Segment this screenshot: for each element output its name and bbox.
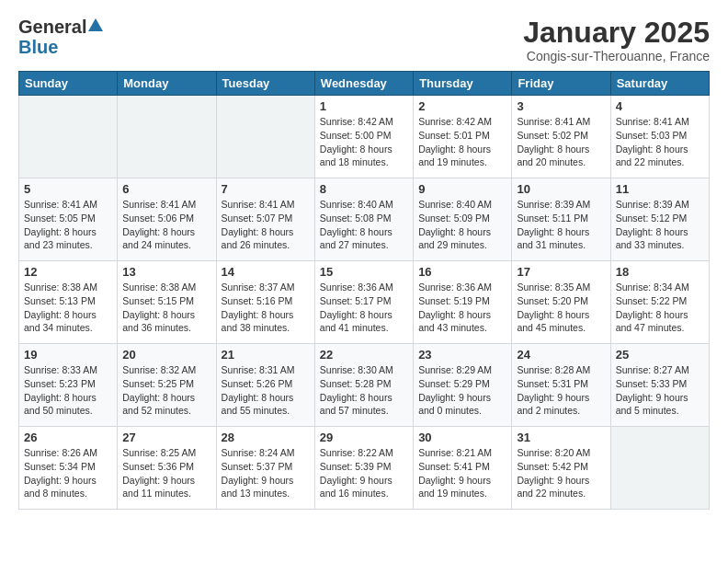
day-number: 26 <box>24 431 112 444</box>
day-cell: 21Sunrise: 8:31 AM Sunset: 5:26 PM Dayli… <box>216 344 314 427</box>
day-number: 10 <box>517 182 605 196</box>
day-number: 30 <box>418 431 506 444</box>
day-cell: 24Sunrise: 8:28 AM Sunset: 5:31 PM Dayli… <box>512 344 610 427</box>
day-cell: 12Sunrise: 8:38 AM Sunset: 5:13 PM Dayli… <box>19 261 118 344</box>
day-number: 16 <box>418 265 506 279</box>
day-cell <box>118 96 216 178</box>
day-number: 25 <box>616 348 704 362</box>
week-row-1: 1Sunrise: 8:42 AM Sunset: 5:00 PM Daylig… <box>19 96 710 178</box>
day-info: Sunrise: 8:28 AM Sunset: 5:31 PM Dayligh… <box>517 363 605 418</box>
day-info: Sunrise: 8:41 AM Sunset: 5:07 PM Dayligh… <box>222 198 310 252</box>
day-number: 17 <box>517 265 605 279</box>
day-number: 5 <box>24 182 112 196</box>
day-info: Sunrise: 8:29 AM Sunset: 5:29 PM Dayligh… <box>418 363 506 418</box>
day-cell: 11Sunrise: 8:39 AM Sunset: 5:12 PM Dayli… <box>610 178 709 261</box>
day-info: Sunrise: 8:21 AM Sunset: 5:41 PM Dayligh… <box>418 446 506 500</box>
week-row-2: 5Sunrise: 8:41 AM Sunset: 5:05 PM Daylig… <box>19 178 710 261</box>
day-info: Sunrise: 8:36 AM Sunset: 5:17 PM Dayligh… <box>320 281 408 335</box>
day-cell: 6Sunrise: 8:41 AM Sunset: 5:06 PM Daylig… <box>118 178 216 261</box>
weekday-header-monday: Monday <box>118 72 216 96</box>
day-cell: 25Sunrise: 8:27 AM Sunset: 5:33 PM Dayli… <box>610 344 709 427</box>
calendar-title: January 2025 <box>523 17 710 49</box>
day-cell: 9Sunrise: 8:40 AM Sunset: 5:09 PM Daylig… <box>414 178 512 261</box>
day-info: Sunrise: 8:41 AM Sunset: 5:05 PM Dayligh… <box>24 198 112 252</box>
day-info: Sunrise: 8:37 AM Sunset: 5:16 PM Dayligh… <box>222 281 310 335</box>
week-row-3: 12Sunrise: 8:38 AM Sunset: 5:13 PM Dayli… <box>19 261 710 344</box>
calendar-subtitle: Congis-sur-Therouanne, France <box>523 49 710 63</box>
title-area: January 2025 Congis-sur-Therouanne, Fran… <box>523 17 710 63</box>
day-info: Sunrise: 8:34 AM Sunset: 5:22 PM Dayligh… <box>616 281 704 335</box>
day-number: 18 <box>616 265 704 279</box>
day-number: 28 <box>222 431 310 444</box>
day-cell: 15Sunrise: 8:36 AM Sunset: 5:17 PM Dayli… <box>314 261 413 344</box>
day-info: Sunrise: 8:41 AM Sunset: 5:03 PM Dayligh… <box>616 115 704 169</box>
day-number: 27 <box>122 431 210 444</box>
weekday-header-wednesday: Wednesday <box>314 72 413 96</box>
day-number: 11 <box>616 182 704 196</box>
day-number: 19 <box>24 348 112 362</box>
weekday-header-friday: Friday <box>512 72 610 96</box>
day-cell: 29Sunrise: 8:22 AM Sunset: 5:39 PM Dayli… <box>314 427 413 510</box>
day-info: Sunrise: 8:40 AM Sunset: 5:09 PM Dayligh… <box>418 198 506 252</box>
day-number: 12 <box>24 265 112 279</box>
day-info: Sunrise: 8:41 AM Sunset: 5:06 PM Dayligh… <box>122 198 210 252</box>
logo-general: General <box>18 17 86 37</box>
day-cell: 13Sunrise: 8:38 AM Sunset: 5:15 PM Dayli… <box>118 261 216 344</box>
day-number: 31 <box>517 431 605 444</box>
day-info: Sunrise: 8:39 AM Sunset: 5:11 PM Dayligh… <box>517 198 605 252</box>
logo-icon <box>88 18 103 35</box>
day-cell: 10Sunrise: 8:39 AM Sunset: 5:11 PM Dayli… <box>512 178 610 261</box>
day-cell <box>610 427 709 510</box>
day-cell: 18Sunrise: 8:34 AM Sunset: 5:22 PM Dayli… <box>610 261 709 344</box>
day-cell: 5Sunrise: 8:41 AM Sunset: 5:05 PM Daylig… <box>19 178 118 261</box>
day-number: 8 <box>320 182 408 196</box>
weekday-header-saturday: Saturday <box>610 72 709 96</box>
day-info: Sunrise: 8:41 AM Sunset: 5:02 PM Dayligh… <box>517 115 605 169</box>
day-cell: 19Sunrise: 8:33 AM Sunset: 5:23 PM Dayli… <box>19 344 118 427</box>
day-cell: 3Sunrise: 8:41 AM Sunset: 5:02 PM Daylig… <box>512 96 610 178</box>
day-cell <box>19 96 118 178</box>
day-info: Sunrise: 8:24 AM Sunset: 5:37 PM Dayligh… <box>222 446 310 500</box>
day-cell: 26Sunrise: 8:26 AM Sunset: 5:34 PM Dayli… <box>19 427 118 510</box>
day-info: Sunrise: 8:26 AM Sunset: 5:34 PM Dayligh… <box>24 446 112 500</box>
day-number: 3 <box>517 99 605 113</box>
day-cell: 20Sunrise: 8:32 AM Sunset: 5:25 PM Dayli… <box>118 344 216 427</box>
logo: General Blue <box>18 17 103 58</box>
day-info: Sunrise: 8:42 AM Sunset: 5:01 PM Dayligh… <box>418 115 506 169</box>
calendar-table: SundayMondayTuesdayWednesdayThursdayFrid… <box>18 71 710 510</box>
day-cell: 17Sunrise: 8:35 AM Sunset: 5:20 PM Dayli… <box>512 261 610 344</box>
day-number: 20 <box>122 348 210 362</box>
day-number: 15 <box>320 265 408 279</box>
day-cell: 8Sunrise: 8:40 AM Sunset: 5:08 PM Daylig… <box>314 178 413 261</box>
day-info: Sunrise: 8:36 AM Sunset: 5:19 PM Dayligh… <box>418 281 506 335</box>
day-number: 21 <box>222 348 310 362</box>
day-number: 23 <box>418 348 506 362</box>
day-number: 29 <box>320 431 408 444</box>
weekday-header-thursday: Thursday <box>414 72 512 96</box>
day-cell: 14Sunrise: 8:37 AM Sunset: 5:16 PM Dayli… <box>216 261 314 344</box>
day-info: Sunrise: 8:25 AM Sunset: 5:36 PM Dayligh… <box>122 446 210 500</box>
logo-blue: Blue <box>18 37 58 57</box>
header: General Blue January 2025 Congis-sur-The… <box>9 9 719 67</box>
day-cell: 30Sunrise: 8:21 AM Sunset: 5:41 PM Dayli… <box>414 427 512 510</box>
day-number: 22 <box>320 348 408 362</box>
weekday-header-row: SundayMondayTuesdayWednesdayThursdayFrid… <box>19 72 710 96</box>
day-info: Sunrise: 8:30 AM Sunset: 5:28 PM Dayligh… <box>320 363 408 418</box>
day-info: Sunrise: 8:38 AM Sunset: 5:13 PM Dayligh… <box>24 281 112 335</box>
day-cell: 23Sunrise: 8:29 AM Sunset: 5:29 PM Dayli… <box>414 344 512 427</box>
day-info: Sunrise: 8:27 AM Sunset: 5:33 PM Dayligh… <box>616 363 704 418</box>
day-number: 1 <box>320 99 408 113</box>
day-info: Sunrise: 8:39 AM Sunset: 5:12 PM Dayligh… <box>616 198 704 252</box>
week-row-5: 26Sunrise: 8:26 AM Sunset: 5:34 PM Dayli… <box>19 427 710 510</box>
day-cell: 22Sunrise: 8:30 AM Sunset: 5:28 PM Dayli… <box>314 344 413 427</box>
day-info: Sunrise: 8:33 AM Sunset: 5:23 PM Dayligh… <box>24 363 112 418</box>
day-cell: 2Sunrise: 8:42 AM Sunset: 5:01 PM Daylig… <box>414 96 512 178</box>
day-info: Sunrise: 8:40 AM Sunset: 5:08 PM Dayligh… <box>320 198 408 252</box>
day-number: 9 <box>418 182 506 196</box>
day-info: Sunrise: 8:32 AM Sunset: 5:25 PM Dayligh… <box>122 363 210 418</box>
day-cell: 27Sunrise: 8:25 AM Sunset: 5:36 PM Dayli… <box>118 427 216 510</box>
day-number: 14 <box>222 265 310 279</box>
day-cell: 31Sunrise: 8:20 AM Sunset: 5:42 PM Dayli… <box>512 427 610 510</box>
day-cell: 1Sunrise: 8:42 AM Sunset: 5:00 PM Daylig… <box>314 96 413 178</box>
week-row-4: 19Sunrise: 8:33 AM Sunset: 5:23 PM Dayli… <box>19 344 710 427</box>
